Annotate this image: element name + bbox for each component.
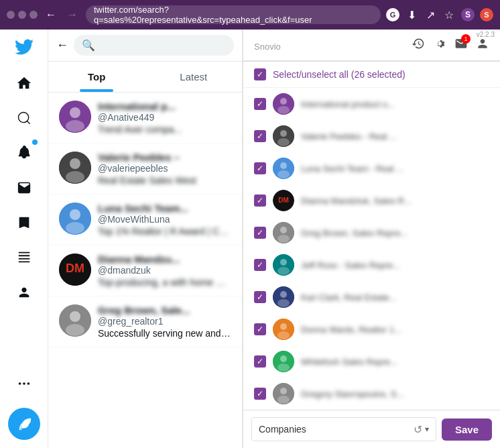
select-all-checkbox[interactable]: ✓ bbox=[254, 68, 266, 80]
svg-point-22 bbox=[277, 138, 290, 146]
search-header: ← 🔍 sales rep bbox=[48, 30, 242, 62]
browser-dot-3 bbox=[29, 11, 38, 19]
tabs-row: Top Latest bbox=[48, 62, 242, 93]
snov-item-checkbox[interactable]: ✓ bbox=[254, 259, 266, 271]
browser-action-icons: G ⬇ ↗ ☆ S S bbox=[386, 8, 493, 21]
snov-header: Snovio v2.2.3 1 bbox=[243, 30, 500, 61]
svg-point-30 bbox=[277, 235, 290, 243]
svg-point-38 bbox=[280, 323, 287, 330]
url-text: twitter.com/search?q=sales%20representat… bbox=[94, 5, 373, 25]
snov-history-icon[interactable] bbox=[412, 37, 425, 54]
sidebar-bookmarks[interactable] bbox=[8, 207, 40, 239]
sidebar-home[interactable] bbox=[8, 67, 40, 99]
google-icon[interactable]: G bbox=[386, 8, 399, 21]
user-handle: @valeriepeebles bbox=[98, 163, 231, 174]
extension-icon[interactable]: S bbox=[480, 8, 493, 21]
snov-list-item[interactable]: ✓ Greg Brown, Sales Repre... bbox=[243, 217, 500, 249]
svg-point-24 bbox=[280, 162, 287, 169]
search-bar[interactable]: 🔍 sales rep bbox=[74, 35, 234, 56]
snov-save-button[interactable]: Save bbox=[442, 418, 492, 441]
snov-list-dropdown[interactable]: Companies ↺ ▾ bbox=[251, 417, 436, 441]
snov-email-icon[interactable]: 1 bbox=[454, 37, 468, 54]
sidebar-lists[interactable] bbox=[8, 241, 40, 274]
snov-user-list: ✓ International product s... ✓ Valerie P… bbox=[243, 88, 500, 410]
sidebar-profile[interactable] bbox=[8, 276, 40, 309]
snov-list-item[interactable]: ✓ Whitefoxh Sales Repre... bbox=[243, 345, 500, 378]
share-icon[interactable]: ↗ bbox=[424, 8, 437, 21]
snov-list-item[interactable]: ✓ Luna Sechi Team - Real ... bbox=[243, 152, 500, 184]
snov-account-icon[interactable] bbox=[476, 37, 489, 54]
back-button[interactable]: ← bbox=[43, 9, 59, 21]
snov-avatar: DM bbox=[273, 190, 294, 211]
snov-item-checkbox[interactable]: ✓ bbox=[254, 130, 266, 142]
snov-list-item[interactable]: ✓ Gregory Stavropoulos, S... bbox=[243, 378, 500, 410]
browser-dots bbox=[7, 11, 38, 19]
user-bio: Successfully serving new and current #cl… bbox=[98, 328, 231, 339]
svg-point-21 bbox=[280, 130, 287, 137]
snov-item-checkbox[interactable]: ✓ bbox=[254, 227, 266, 239]
snov-list-item[interactable]: ✓ Donna Wards, Realtor 1... bbox=[243, 313, 500, 345]
browser-dot-1 bbox=[7, 11, 15, 19]
snov-list-item[interactable]: ✓ Jeff Ross - Sales Repre... bbox=[243, 249, 500, 281]
svg-point-10 bbox=[70, 209, 80, 220]
snov-panel: Snovio v2.2.3 1 bbox=[243, 30, 500, 448]
snov-user-name: Kari Clark, Real Estate... bbox=[301, 292, 489, 302]
svg-point-45 bbox=[277, 396, 290, 404]
sidebar-notifications[interactable] bbox=[8, 137, 40, 169]
user-avatar bbox=[59, 152, 91, 184]
user-name: Valerie Peebles – bbox=[98, 152, 231, 163]
user-bio: Trend Aver compa... bbox=[98, 124, 231, 135]
user-result-item[interactable]: Valerie Peebles – @valeriepeebles Real E… bbox=[48, 144, 242, 194]
user-result-item[interactable]: DM Dianna Mandzu... @dmandzuk Top-produc… bbox=[48, 245, 242, 296]
snov-list-item[interactable]: ✓ DM Dianna Mandztuk, Sales R... bbox=[243, 184, 500, 217]
tab-top[interactable]: Top bbox=[48, 62, 145, 92]
sidebar-search[interactable] bbox=[8, 102, 40, 134]
snov-item-checkbox[interactable]: ✓ bbox=[254, 388, 266, 400]
snov-avatar bbox=[273, 319, 294, 340]
bookmark-star-icon[interactable]: ☆ bbox=[442, 8, 456, 21]
svg-point-44 bbox=[280, 388, 287, 394]
browser-url-bar[interactable]: twitter.com/search?q=sales%20representat… bbox=[86, 5, 381, 24]
download-icon[interactable]: ⬇ bbox=[405, 8, 418, 21]
search-bar-icon: 🔍 bbox=[82, 39, 95, 52]
snov-list-item[interactable]: ✓ Valerie Peebles - Real ... bbox=[243, 120, 500, 152]
svg-point-29 bbox=[280, 227, 287, 233]
select-all-label: Select/unselect all (26 selected) bbox=[273, 69, 405, 80]
profile-avatar[interactable]: S bbox=[461, 8, 475, 21]
snov-refresh-icon[interactable]: ↺ bbox=[414, 423, 422, 436]
svg-point-8 bbox=[66, 171, 84, 183]
compose-button[interactable] bbox=[8, 408, 40, 440]
user-name: International p... bbox=[98, 101, 231, 112]
user-result-item[interactable]: International p... @Anative449 Trend Ave… bbox=[48, 93, 242, 144]
user-bio: Top 1% Realtor | R Award | CNE Desi... bbox=[98, 226, 231, 237]
snov-avatar bbox=[273, 383, 294, 404]
snov-chevron-down-icon[interactable]: ▾ bbox=[425, 425, 429, 434]
snov-item-checkbox[interactable]: ✓ bbox=[254, 194, 266, 207]
snov-item-checkbox[interactable]: ✓ bbox=[254, 355, 266, 368]
browser-dot-2 bbox=[18, 11, 26, 19]
snov-avatar bbox=[273, 93, 294, 115]
user-name: Dianna Mandzu... bbox=[98, 254, 231, 265]
search-input[interactable]: sales rep bbox=[101, 40, 226, 51]
snov-user-name: International product s... bbox=[301, 99, 489, 109]
twitter-logo[interactable] bbox=[15, 38, 34, 59]
twitter-main-content: ← 🔍 sales rep Top Latest International p… bbox=[48, 30, 243, 448]
forward-button[interactable]: → bbox=[64, 9, 80, 21]
select-all-row[interactable]: ✓ Select/unselect all (26 selected) bbox=[243, 62, 500, 88]
snov-settings-icon[interactable] bbox=[433, 37, 446, 54]
snov-item-checkbox[interactable]: ✓ bbox=[254, 98, 266, 110]
sidebar-messages[interactable] bbox=[8, 172, 40, 204]
snov-item-checkbox[interactable]: ✓ bbox=[254, 323, 266, 335]
snov-list-item[interactable]: ✓ Kari Clark, Real Estate... bbox=[243, 281, 500, 313]
tab-latest[interactable]: Latest bbox=[145, 62, 243, 92]
svg-point-11 bbox=[66, 222, 84, 234]
snov-item-checkbox[interactable]: ✓ bbox=[254, 291, 266, 303]
svg-point-4 bbox=[70, 107, 80, 118]
snov-list-item[interactable]: ✓ International product s... bbox=[243, 88, 500, 120]
user-result-item[interactable]: Greg Brown, Sale... @greg_realtor1 Succe… bbox=[48, 296, 242, 347]
search-back-button[interactable]: ← bbox=[56, 38, 68, 52]
sidebar-more[interactable] bbox=[8, 368, 40, 400]
user-info: Greg Brown, Sale... @greg_realtor1 Succe… bbox=[98, 304, 231, 339]
user-result-item[interactable]: Luna Sechi Team... @MoveWithLuna Top 1% … bbox=[48, 194, 242, 245]
snov-item-checkbox[interactable]: ✓ bbox=[254, 162, 266, 174]
